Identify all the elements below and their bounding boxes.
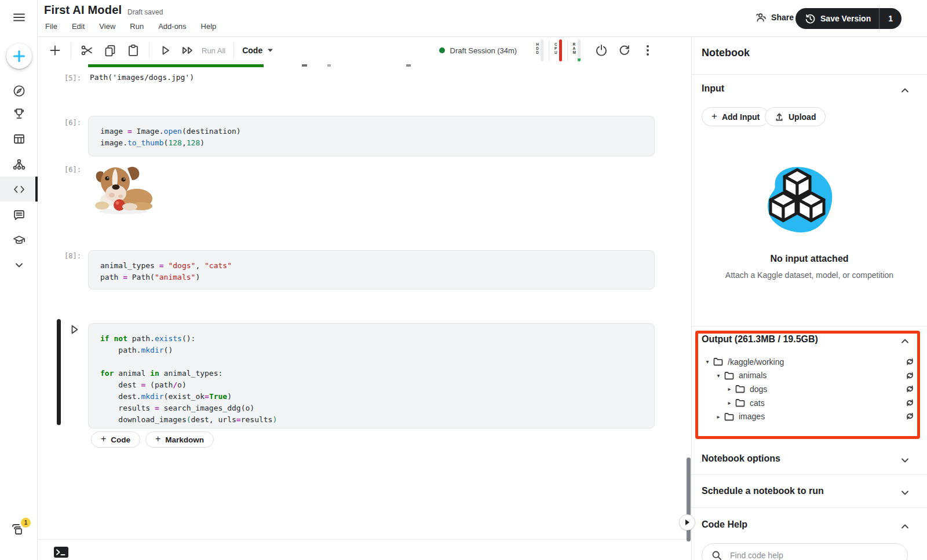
create-button[interactable] <box>6 43 32 69</box>
caret-right-icon[interactable]: ▸ <box>725 386 733 392</box>
monitor-hdd[interactable]: HDD <box>531 39 549 61</box>
comment-icon <box>12 208 26 222</box>
caret-right-icon[interactable]: ▸ <box>725 400 733 406</box>
run-cell-button[interactable] <box>158 43 173 58</box>
add-cell-button[interactable] <box>48 43 63 58</box>
chevron-up-icon[interactable] <box>900 522 910 531</box>
menu-view[interactable]: View <box>99 22 115 31</box>
monitor-gauge <box>559 39 562 61</box>
refresh-icon[interactable] <box>906 371 914 380</box>
sidebar-item-competitions[interactable] <box>0 101 38 126</box>
add-code-label: Code <box>111 435 130 444</box>
panel-collapse-handle[interactable] <box>679 514 695 530</box>
editor-bottom-bar <box>38 539 691 560</box>
restart-session-button[interactable] <box>617 43 632 58</box>
session-status[interactable]: Draft Session (34m) <box>439 46 517 55</box>
share-button[interactable]: Share <box>755 12 794 23</box>
sidebar-item-more[interactable] <box>0 252 38 277</box>
code-line <box>100 356 654 368</box>
chevron-down-icon[interactable] <box>900 488 910 497</box>
copy-cell-button[interactable] <box>103 43 118 58</box>
cell-type-label: Code <box>242 46 262 55</box>
refresh-icon[interactable] <box>906 357 914 366</box>
sidebar-item-code[interactable] <box>0 177 38 202</box>
input-section-title[interactable]: Input <box>702 83 724 94</box>
add-markdown-cell-button[interactable]: + Markdown <box>145 431 214 448</box>
monitor-cpu[interactable]: CPU <box>549 39 567 61</box>
sidebar-item-learn[interactable] <box>0 228 38 252</box>
refresh-icon[interactable] <box>906 385 914 393</box>
caret-right-icon[interactable]: ▸ <box>714 413 722 420</box>
sidebar-item-home[interactable] <box>0 78 38 103</box>
monitor-ram[interactable]: RAM <box>568 39 586 61</box>
menu-file[interactable]: File <box>45 22 57 31</box>
sidebar-item-datasets[interactable] <box>0 126 38 151</box>
schedule-section-title[interactable]: Schedule a notebook to run <box>702 486 824 496</box>
divider <box>692 474 927 475</box>
notebook-options-title[interactable]: Notebook options <box>702 453 780 464</box>
paste-cell-button[interactable] <box>126 43 141 58</box>
scrolled-content-fragment <box>406 64 411 67</box>
scrolled-content-fragment <box>302 64 307 67</box>
cell-output-text: Path('images/dogs.jpg') <box>90 73 194 82</box>
tree-row-kaggle-working[interactable]: ▾/kaggle/working <box>696 355 917 369</box>
menu-edit[interactable]: Edit <box>72 22 85 31</box>
code-cell[interactable]: image = Image.open(destination)image.to_… <box>88 116 655 156</box>
tree-row-cats[interactable]: ▸cats <box>696 396 917 410</box>
add-code-cell-button[interactable]: + Code <box>91 431 140 448</box>
notebook-settings-panel: Notebook Input + Add Input Upload <box>691 37 927 560</box>
chevron-up-icon[interactable] <box>900 336 910 346</box>
tree-row-dogs[interactable]: ▸dogs <box>696 382 917 396</box>
tree-row-images[interactable]: ▸images <box>696 409 917 423</box>
run-all-button[interactable] <box>181 43 196 58</box>
folder-icon <box>735 385 745 393</box>
refresh-icon[interactable] <box>906 412 914 420</box>
chevron-up-icon[interactable] <box>900 86 910 95</box>
no-input-subtitle: Attach a Kaggle dataset, model, or compe… <box>692 270 927 280</box>
no-input-title: No input attached <box>692 254 927 264</box>
cell-type-dropdown[interactable]: Code <box>242 46 273 55</box>
power-session-button[interactable] <box>594 43 609 58</box>
tree-row-animals[interactable]: ▾animals <box>696 369 917 383</box>
upload-button[interactable]: Upload <box>765 107 826 126</box>
toolbar-divider <box>149 42 149 58</box>
active-events-button[interactable]: 1 <box>8 520 31 543</box>
save-version-button[interactable]: Save Version 1 <box>795 8 902 29</box>
caret-down-icon[interactable]: ▾ <box>703 358 711 365</box>
code-cell[interactable]: animal_types = "dogs", "cats"path = Path… <box>88 250 655 290</box>
menu-add-ons[interactable]: Add-ons <box>158 22 186 31</box>
notebook-title[interactable]: First AI Model <box>44 3 122 17</box>
code-help-section-title[interactable]: Code Help <box>702 519 747 530</box>
code-help-search[interactable] <box>702 543 908 560</box>
caret-down-icon[interactable]: ▾ <box>714 372 722 379</box>
code-line: image.to_thumb(128,128) <box>100 137 654 149</box>
cell-prompt: [6]: <box>57 166 81 174</box>
menu-help[interactable]: Help <box>201 22 217 31</box>
code-line: animal_types = "dogs", "cats" <box>100 260 654 272</box>
no-input-illustration <box>757 163 837 239</box>
share-label: Share <box>771 13 794 22</box>
output-section-title[interactable]: Output (261.3MB / 19.5GB) <box>702 334 818 345</box>
sidebar-item-models[interactable] <box>0 152 38 177</box>
version-count[interactable]: 1 <box>879 8 902 29</box>
chevron-down-icon[interactable] <box>900 456 910 465</box>
console-terminal-button[interactable] <box>53 546 69 558</box>
more-options-button[interactable] <box>640 43 655 58</box>
run-this-cell-button[interactable] <box>67 322 82 337</box>
code-help-search-input[interactable] <box>730 551 881 560</box>
datasets-grid-icon <box>12 132 26 146</box>
menu-run[interactable]: Run <box>130 22 144 31</box>
run-all-label[interactable]: Run All <box>202 46 225 55</box>
events-badge: 1 <box>21 518 31 528</box>
selected-cell-indicator <box>57 319 61 425</box>
sidebar-item-discussions[interactable] <box>0 202 38 227</box>
share-people-icon <box>755 12 767 23</box>
tree-node-label: cats <box>750 398 765 408</box>
compass-icon <box>12 84 26 98</box>
refresh-icon[interactable] <box>906 398 914 407</box>
plus-icon: + <box>711 111 717 122</box>
add-input-button[interactable]: + Add Input <box>702 107 769 126</box>
hamburger-menu-icon[interactable] <box>12 10 26 24</box>
cut-cell-button[interactable] <box>79 43 94 58</box>
code-cell[interactable]: if not path.exists(): path.mkdir() for a… <box>88 323 655 429</box>
